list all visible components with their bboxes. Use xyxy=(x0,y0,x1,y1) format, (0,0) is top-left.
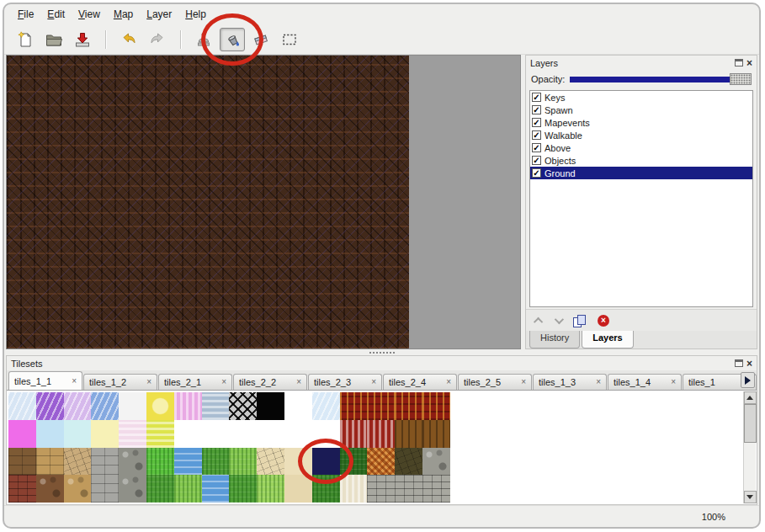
splitter-grip-icon[interactable] xyxy=(369,351,396,354)
panel-tab-layers[interactable]: Layers xyxy=(582,331,633,348)
palette-tile[interactable] xyxy=(229,420,257,448)
layer-row-ground[interactable]: ✓Ground xyxy=(530,167,752,179)
palette-tile[interactable] xyxy=(312,475,340,503)
palette-tile[interactable] xyxy=(8,420,36,448)
palette-tile[interactable] xyxy=(174,420,202,448)
opacity-slider-thumb[interactable] xyxy=(730,73,752,85)
palette-tile[interactable] xyxy=(36,475,64,503)
palette-tile[interactable] xyxy=(64,475,92,503)
palette-tile[interactable] xyxy=(395,420,422,448)
new-map-button[interactable] xyxy=(13,28,38,51)
palette-tile[interactable] xyxy=(340,448,368,476)
layer-visibility-checkbox[interactable]: ✓ xyxy=(532,105,541,114)
palette-tile[interactable] xyxy=(312,448,340,476)
palette-tile[interactable] xyxy=(340,420,368,448)
scroll-thumb[interactable] xyxy=(744,404,757,443)
palette-tile[interactable] xyxy=(36,420,64,448)
scroll-down-button[interactable] xyxy=(744,491,757,503)
tab-scroll-right-button[interactable] xyxy=(741,372,755,388)
palette-tile[interactable] xyxy=(174,392,202,420)
palette-tile[interactable] xyxy=(340,392,368,420)
palette-tile[interactable] xyxy=(284,392,312,420)
tab-close-icon[interactable]: × xyxy=(296,378,301,386)
layer-row-keys[interactable]: ✓Keys xyxy=(530,91,752,104)
palette-tile[interactable] xyxy=(146,475,174,503)
duplicate-layer-icon[interactable] xyxy=(573,315,586,327)
float-panel-icon[interactable] xyxy=(735,359,743,367)
palette-tile[interactable] xyxy=(340,475,368,503)
palette-tile[interactable] xyxy=(64,420,92,448)
palette-tile[interactable] xyxy=(367,475,395,503)
tab-close-icon[interactable]: × xyxy=(72,377,77,386)
palette-tile[interactable] xyxy=(202,420,230,448)
palette-tile[interactable] xyxy=(8,392,36,420)
palette-tile[interactable] xyxy=(422,448,450,476)
palette-tile[interactable] xyxy=(312,392,340,420)
tab-close-icon[interactable]: × xyxy=(371,378,376,386)
palette-tile[interactable] xyxy=(312,420,340,448)
palette-tile[interactable] xyxy=(257,392,284,420)
menu-edit[interactable]: Edit xyxy=(40,6,72,23)
scroll-up-button[interactable] xyxy=(744,391,757,404)
palette-tile[interactable] xyxy=(64,448,92,476)
palette-tile[interactable] xyxy=(202,448,230,476)
palette-tile[interactable] xyxy=(119,420,146,448)
tileset-tab-tiles_2_2[interactable]: tiles_2_2× xyxy=(233,374,307,390)
palette-tile[interactable] xyxy=(284,420,312,448)
palette-tile[interactable] xyxy=(395,448,422,476)
palette-tile[interactable] xyxy=(229,448,257,476)
palette-tile[interactable] xyxy=(91,392,119,420)
undo-button[interactable] xyxy=(116,28,141,51)
panel-tab-history[interactable]: History xyxy=(529,331,580,348)
menu-file[interactable]: File xyxy=(11,6,40,23)
palette-tile[interactable] xyxy=(257,475,284,503)
tab-close-icon[interactable]: × xyxy=(221,378,226,386)
palette-tile[interactable] xyxy=(229,392,257,420)
palette-tile[interactable] xyxy=(257,420,284,448)
palette-tile[interactable] xyxy=(395,392,422,420)
tileset-tab-tiles_1_1[interactable]: tiles_1_1× xyxy=(8,371,82,390)
palette-tile[interactable] xyxy=(422,475,450,503)
palette-tile[interactable] xyxy=(8,448,36,476)
palette-tile[interactable] xyxy=(174,448,202,476)
palette-tile[interactable] xyxy=(119,392,146,420)
tileset-tab-tiles_1_3[interactable]: tiles_1_3× xyxy=(533,374,607,390)
fill-tool-button[interactable] xyxy=(220,28,245,51)
opacity-slider[interactable] xyxy=(570,73,752,85)
palette-tile[interactable] xyxy=(284,448,312,476)
palette-tile[interactable] xyxy=(284,475,312,503)
float-panel-icon[interactable] xyxy=(735,59,743,66)
tab-close-icon[interactable]: × xyxy=(521,378,526,386)
redo-button[interactable] xyxy=(145,28,170,51)
tileset-tab-tiles_2_1[interactable]: tiles_2_1× xyxy=(158,374,232,390)
open-button[interactable] xyxy=(41,28,66,51)
move-layer-up-icon[interactable] xyxy=(534,317,543,326)
layer-row-spawn[interactable]: ✓Spawn xyxy=(530,104,752,116)
palette-tile[interactable] xyxy=(91,420,119,448)
tab-close-icon[interactable]: × xyxy=(146,378,151,386)
palette-tile[interactable] xyxy=(91,475,119,503)
layer-row-objects[interactable]: ✓Objects xyxy=(530,154,752,167)
move-layer-down-icon[interactable] xyxy=(555,314,564,323)
scroll-track[interactable] xyxy=(744,404,757,491)
palette-tile[interactable] xyxy=(202,392,230,420)
tab-close-icon[interactable]: × xyxy=(671,378,676,386)
palette-tile[interactable] xyxy=(36,392,64,420)
map-canvas[interactable] xyxy=(7,56,409,348)
palette-tile[interactable] xyxy=(422,420,450,448)
palette-tile[interactable] xyxy=(367,392,395,420)
tileset-tab-tiles_2_4[interactable]: tiles_2_4× xyxy=(383,374,457,390)
horizontal-splitter[interactable] xyxy=(4,349,759,355)
layer-visibility-checkbox[interactable]: ✓ xyxy=(532,143,541,152)
palette-v-scrollbar[interactable] xyxy=(743,391,756,503)
palette-tile[interactable] xyxy=(174,475,202,503)
layer-visibility-checkbox[interactable]: ✓ xyxy=(532,93,541,102)
palette-tile[interactable] xyxy=(367,448,395,476)
layer-row-walkable[interactable]: ✓Walkable xyxy=(530,129,752,141)
eraser-tool-button[interactable] xyxy=(248,28,274,51)
palette-tile[interactable] xyxy=(64,392,92,420)
delete-layer-icon[interactable]: × xyxy=(598,315,609,327)
palette-tile[interactable] xyxy=(146,420,174,448)
palette-tile[interactable] xyxy=(395,475,422,503)
tileset-tab-tiles_2_5[interactable]: tiles_2_5× xyxy=(458,374,532,390)
